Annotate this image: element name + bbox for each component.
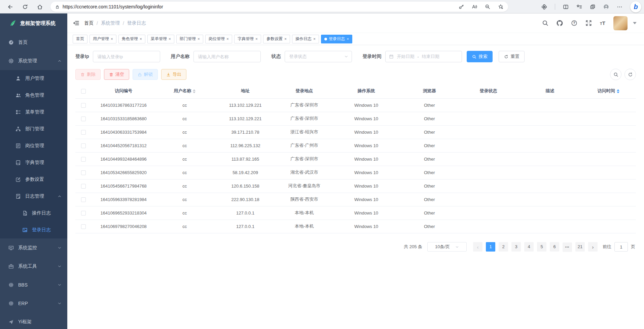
read-aloud-icon[interactable] (472, 4, 477, 9)
more-icon[interactable] (617, 4, 622, 10)
tab[interactable]: 用户管理 × (90, 35, 116, 43)
row-checkbox[interactable] (81, 117, 86, 121)
delete-button[interactable]: 删除 (75, 69, 101, 80)
close-icon[interactable]: × (255, 37, 258, 41)
address-bar[interactable]: https://ccnetcore.com:1101/system/log/lo… (50, 2, 508, 12)
unlock-button[interactable]: 解锁 (133, 69, 158, 80)
collections-icon[interactable] (590, 4, 596, 10)
key-icon[interactable] (459, 4, 464, 9)
row-checkbox[interactable] (81, 157, 86, 162)
close-icon[interactable]: × (140, 37, 142, 41)
reload-icon[interactable] (22, 4, 28, 10)
close-icon[interactable]: × (226, 37, 229, 41)
prev-page-button[interactable]: ‹ (473, 242, 482, 252)
sidebar-item-menu-mgmt[interactable]: 菜单管理 (0, 104, 67, 121)
table-header-username[interactable]: 用户名称 (155, 84, 214, 98)
login-ip-input[interactable] (93, 51, 160, 62)
jump-page-input[interactable] (614, 242, 628, 252)
reset-button[interactable]: 重置 (499, 51, 525, 62)
tab[interactable]: 首页 (73, 35, 87, 43)
add-favorite-icon[interactable] (498, 4, 503, 9)
fullscreen-icon[interactable] (585, 20, 592, 26)
sidebar-item-home[interactable]: 首页 (0, 33, 67, 52)
tab[interactable]: 字典管理 × (234, 35, 261, 43)
user-avatar[interactable] (613, 16, 628, 30)
breadcrumb-item[interactable]: 登录日志 (127, 20, 146, 26)
page-button-5[interactable]: 5 (537, 242, 546, 252)
sidebar-item-yi-framework[interactable]: Yi框架 (0, 312, 67, 329)
close-icon[interactable]: × (111, 37, 113, 41)
page-size-select[interactable]: 10条/页 (427, 242, 467, 252)
row-checkbox[interactable] (81, 143, 86, 148)
row-checkbox[interactable] (81, 184, 86, 189)
row-checkbox[interactable] (81, 103, 86, 108)
toggle-search-button[interactable] (610, 69, 621, 80)
profile-icon[interactable] (603, 4, 609, 10)
sidebar-item-system-mgmt[interactable]: 系统管理 (0, 52, 67, 70)
close-icon[interactable]: × (284, 37, 287, 41)
sidebar-item-login-log[interactable]: 登录日志 (0, 222, 67, 238)
sort-carets[interactable] (193, 89, 195, 93)
page-button-3[interactable]: 3 (511, 242, 521, 252)
sidebar-item-bbs[interactable]: BBS (0, 275, 67, 294)
home-icon[interactable] (37, 4, 43, 10)
sidebar-item-operation-log[interactable]: 操作日志 (0, 205, 67, 222)
page-button-6[interactable]: 6 (550, 242, 559, 252)
date-range-picker[interactable]: 开始日期 - 结束日期 (385, 51, 462, 62)
page-button-2[interactable]: 2 (499, 242, 508, 252)
tab[interactable]: 角色管理 × (118, 35, 145, 43)
github-icon[interactable] (557, 20, 563, 26)
status-select[interactable]: 登录状态 (285, 51, 352, 62)
sidebar-item-erp[interactable]: ERP (0, 294, 67, 312)
select-all-checkbox[interactable] (81, 89, 86, 94)
sidebar-item-system-monitor[interactable]: 系统监控 (0, 238, 67, 257)
sidebar-item-dept-mgmt[interactable]: 部门管理 (0, 121, 67, 137)
sidebar-item-dict-mgmt[interactable]: 字典管理 (0, 154, 67, 171)
tab[interactable]: 菜单管理 × (147, 35, 174, 43)
sidebar-item-system-tools[interactable]: 系统工具 (0, 257, 67, 275)
tab[interactable]: 操作日志 × (292, 35, 319, 43)
page-button-21[interactable]: 21 (575, 242, 585, 252)
row-checkbox[interactable] (81, 224, 86, 229)
close-icon[interactable]: × (347, 37, 349, 41)
help-icon[interactable]: ? (571, 20, 577, 26)
url-text[interactable]: https://ccnetcore.com:1101/system/log/lo… (63, 4, 459, 9)
sidebar-item-param-settings[interactable]: 参数设置 (0, 171, 67, 188)
sidebar-item-role-mgmt[interactable]: 角色管理 (0, 87, 67, 104)
tab[interactable]: 部门管理 × (176, 35, 203, 43)
username-input[interactable] (193, 51, 261, 62)
row-checkbox[interactable] (81, 197, 86, 202)
next-page-button[interactable]: › (588, 242, 598, 252)
row-checkbox[interactable] (81, 211, 86, 216)
bing-chat-icon[interactable]: b (630, 1, 641, 12)
search-icon[interactable] (542, 20, 548, 26)
page-button-1[interactable]: 1 (486, 242, 495, 252)
sidebar-item-user-mgmt[interactable]: 用户管理 (0, 70, 67, 87)
refresh-table-button[interactable] (624, 69, 636, 80)
breadcrumb-item[interactable]: 首页 (84, 20, 94, 26)
extensions-icon[interactable] (541, 4, 547, 10)
page-button-4[interactable]: 4 (524, 242, 534, 252)
sidebar-item-log-mgmt[interactable]: 日志管理 (0, 188, 67, 205)
menu-fold-icon[interactable] (73, 20, 79, 26)
sidebar-item-post-mgmt[interactable]: 岗位管理 (0, 137, 67, 154)
search-button[interactable]: 搜索 (467, 51, 493, 62)
sort-carets[interactable] (617, 89, 619, 93)
row-checkbox[interactable] (81, 130, 86, 135)
tab[interactable]: 登录日志 × (321, 35, 352, 43)
more-pages-button[interactable]: ••• (563, 242, 572, 252)
close-icon[interactable]: × (313, 37, 316, 41)
split-screen-icon[interactable] (563, 4, 569, 10)
zoom-out-icon[interactable] (485, 4, 490, 9)
close-icon[interactable]: × (169, 37, 171, 41)
breadcrumb-item[interactable]: 系统管理 (101, 20, 120, 26)
row-checkbox[interactable] (81, 170, 86, 175)
table-header-select[interactable] (75, 84, 92, 98)
font-size-icon[interactable]: TT (600, 20, 605, 26)
table-header-access-time[interactable]: 访问时间 (581, 84, 636, 98)
export-button[interactable]: 导出 (161, 69, 186, 80)
tab[interactable]: 参数设置 × (263, 35, 290, 43)
favorites-bar-icon[interactable] (576, 4, 582, 10)
clear-button[interactable]: 清空 (104, 69, 129, 80)
caret-down-icon[interactable] (632, 20, 638, 26)
